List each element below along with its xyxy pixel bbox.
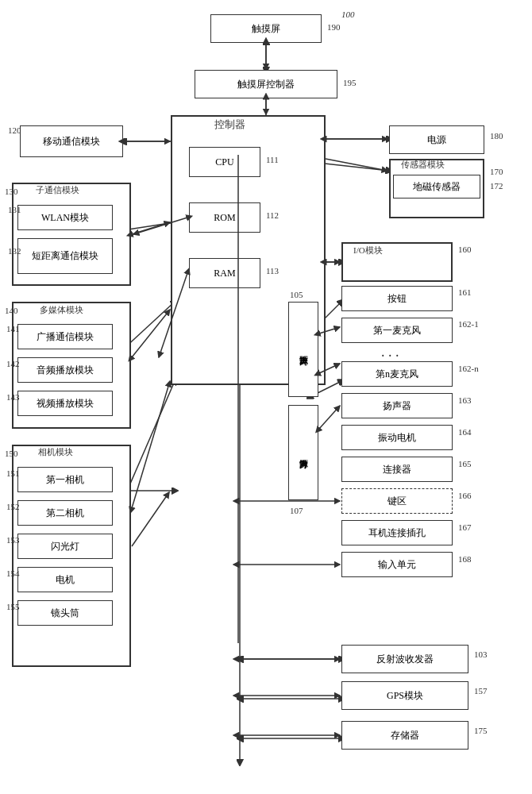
label-140: 140 — [5, 306, 18, 315]
wlan-label: WLAN模块 — [41, 211, 89, 225]
headphone-label: 耳机连接插孔 — [368, 526, 426, 540]
motor-label: 电机 — [56, 573, 75, 587]
label-164: 164 — [458, 427, 472, 437]
label-107: 107 — [290, 506, 303, 515]
broadcast-comm-box: 广播通信模块 — [17, 324, 113, 349]
input-unit-label: 输入单元 — [378, 558, 416, 572]
label-105: 105 — [290, 290, 303, 299]
label-162-1: 162-1 — [458, 319, 479, 329]
video-playback-label: 视频播放模块 — [37, 397, 94, 410]
touchscreen-label: 触摸屏 — [252, 22, 280, 36]
speaker-box: 扬声器 — [341, 393, 453, 418]
label-130: 130 — [5, 187, 18, 196]
svg-line-23 — [326, 159, 387, 171]
label-100: 100 — [341, 10, 355, 19]
keypad-box: 键区 — [341, 488, 453, 514]
label-151: 151 — [6, 468, 20, 478]
label-170: 170 — [490, 167, 503, 176]
input-unit-box: 输入单元 — [341, 552, 453, 577]
label-162-n: 162-n — [458, 364, 479, 373]
svg-line-26 — [132, 310, 170, 357]
svg-line-37 — [319, 406, 340, 429]
sound-direction-box: 声源方向计算 — [288, 405, 318, 500]
gps-box: GPS模块 — [341, 681, 468, 710]
motor-box: 电机 — [17, 567, 113, 592]
vibration-motor-box: 振动电机 — [341, 425, 453, 450]
connector-label: 连接器 — [383, 463, 411, 476]
diagram: 100 触摸屏 190 触摸屏控制器 195 控制器 CPU 111 ROM 1… — [0, 0, 532, 794]
mobile-comm-box: 移动通信模块 — [20, 125, 123, 157]
connector-box: 连接器 — [341, 457, 453, 482]
label-155: 155 — [6, 602, 20, 611]
label-165: 165 — [458, 459, 472, 468]
flash-box: 闪光灯 — [17, 534, 113, 559]
power-label: 电源 — [427, 133, 446, 147]
button-box: 按钮 — [341, 286, 453, 311]
label-111: 111 — [266, 155, 279, 164]
label-168: 168 — [458, 554, 472, 564]
short-range-box: 短距离通信模块 — [17, 238, 113, 274]
micN-label: 第n麦克风 — [376, 368, 418, 381]
label-131: 131 — [8, 205, 21, 214]
label-190: 190 — [327, 22, 341, 32]
flash-label: 闪光灯 — [51, 540, 79, 553]
rom-label: ROM — [214, 211, 235, 225]
label-120: 120 — [8, 125, 21, 135]
camera2-box: 第二相机 — [17, 500, 113, 526]
wlan-box: WLAN模块 — [17, 205, 113, 230]
video-playback-box: 视频播放模块 — [17, 391, 113, 416]
gps-label: GPS模块 — [387, 689, 423, 703]
lens-label: 镜头筒 — [51, 607, 79, 620]
label-152: 152 — [6, 502, 20, 511]
camera-label: 相机模块 — [38, 446, 73, 458]
svg-line-5 — [318, 163, 389, 171]
geomagnetic-label: 地磁传感器 — [413, 180, 461, 194]
cpu-box: CPU — [189, 147, 260, 177]
headphone-box: 耳机连接插孔 — [341, 520, 453, 545]
label-172: 172 — [490, 181, 503, 191]
button-label: 按钮 — [387, 292, 407, 306]
speaker-label: 扬声器 — [383, 399, 411, 413]
audio-playback-box: 音频播放模块 — [17, 357, 113, 383]
label-166: 166 — [458, 491, 472, 500]
label-153: 153 — [6, 535, 20, 545]
lens-box: 镜头筒 — [17, 600, 113, 626]
label-103: 103 — [474, 649, 488, 659]
power-box: 电源 — [389, 125, 484, 154]
label-163: 163 — [458, 395, 472, 405]
sound-distance-box: 声源距离计算 — [288, 302, 318, 397]
label-161: 161 — [458, 287, 472, 297]
label-160: 160 — [458, 245, 472, 254]
ram-box: RAM — [189, 258, 260, 288]
sensor-module-label: 传感器模块 — [401, 159, 445, 171]
label-143: 143 — [6, 392, 20, 402]
svg-line-28 — [132, 492, 169, 546]
label-175: 175 — [474, 726, 488, 735]
rf-transceiver-label: 反射波收发器 — [376, 653, 434, 666]
camera1-label: 第一相机 — [46, 473, 84, 487]
svg-line-25 — [132, 222, 170, 234]
vibration-motor-label: 振动电机 — [378, 431, 416, 445]
label-195: 195 — [343, 78, 357, 87]
controller-label: 控制器 — [214, 118, 245, 132]
keypad-label: 键区 — [387, 495, 407, 508]
rom-box: ROM — [189, 202, 260, 233]
mobile-comm-label: 移动通信模块 — [43, 135, 100, 148]
touchscreen-controller-label: 触摸屏控制器 — [237, 78, 295, 91]
multimedia-label: 多媒体模块 — [40, 304, 83, 316]
touchscreen-controller-box: 触摸屏控制器 — [195, 70, 337, 98]
mic1-label: 第一麦克风 — [373, 324, 421, 337]
label-141: 141 — [6, 324, 20, 333]
camera1-box: 第一相机 — [17, 467, 113, 492]
label-113: 113 — [266, 266, 279, 276]
label-167: 167 — [458, 522, 472, 532]
storage-label: 存储器 — [391, 729, 419, 742]
short-range-label: 短距离通信模块 — [32, 249, 98, 263]
svg-line-27 — [132, 381, 170, 508]
camera2-label: 第二相机 — [46, 507, 84, 520]
label-154: 154 — [6, 569, 20, 578]
cpu-label: CPU — [215, 156, 233, 169]
label-112: 112 — [266, 210, 279, 220]
label-132: 132 — [8, 246, 21, 256]
label-142: 142 — [6, 359, 20, 368]
